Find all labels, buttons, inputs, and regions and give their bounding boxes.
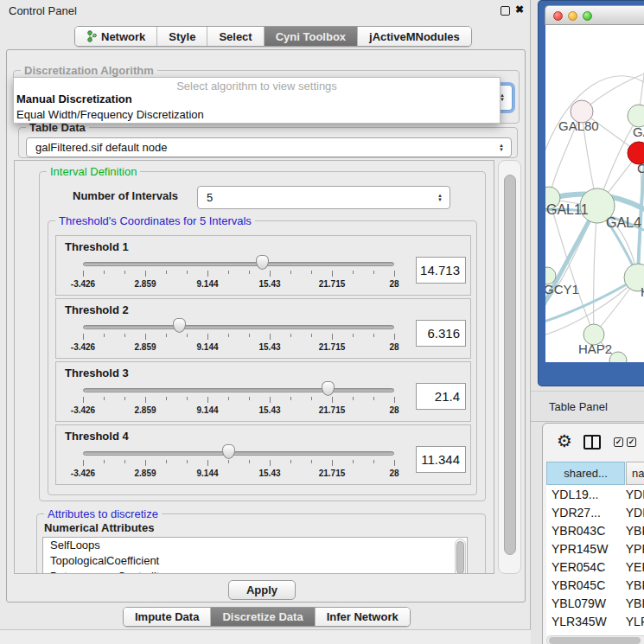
network-window-titlebar[interactable] <box>545 5 644 25</box>
tab-discretize-data[interactable]: Discretize Data <box>211 608 315 626</box>
window-minimize-button[interactable] <box>568 11 577 21</box>
threshold-value-input[interactable]: 6.316 <box>416 320 466 347</box>
threshold-value-input[interactable]: 14.713 <box>416 257 466 284</box>
column-header-name[interactable]: na <box>626 462 644 485</box>
table-cell[interactable]: YBL079W <box>546 596 622 610</box>
table-cell[interactable]: YDR27... <box>546 506 622 520</box>
threshold-slider[interactable]: -3.4262.8599.14415.4321.71528 <box>83 444 394 481</box>
slider-track[interactable] <box>83 325 394 329</box>
table-row[interactable]: YDL19...YDL1 <box>546 485 644 503</box>
tab-network[interactable]: Network <box>75 27 157 46</box>
network-canvas[interactable]: GAL80 GA C GAL11 GAL4 GCY1 H HAP2 <box>545 25 644 362</box>
tab-select[interactable]: Select <box>207 27 264 46</box>
app-root: Control Panel ✖ Network Style Select Cyn… <box>0 0 644 644</box>
chevron-up-down-icon: ▲▼ <box>437 194 443 202</box>
table-row[interactable]: YBR043CYBR0 <box>546 521 644 539</box>
tab-label: Select <box>219 30 252 43</box>
table-cell[interactable]: YBR043C <box>546 524 622 538</box>
threshold-panel: Threshold 4 -3.4262.8599.14415.4321.7152… <box>55 424 471 485</box>
table-cell[interactable]: YBL0 <box>622 596 644 610</box>
threshold-slider[interactable]: -3.4262.8599.14415.4321.71528 <box>83 318 394 354</box>
network-window: GAL80 GA C GAL11 GAL4 GCY1 H HAP2 <box>538 0 644 386</box>
tab-jactivemodules[interactable]: jActiveMNodules <box>358 27 471 46</box>
attributes-list[interactable]: SelfLoops TopologicalCoefficient Between… <box>42 537 468 574</box>
window-zoom-button[interactable] <box>583 11 592 21</box>
dropdown-option-equal-width[interactable]: Equal Width/Frequency Discretization <box>16 108 204 121</box>
table-data-combobox[interactable]: galFiltered.sif default node ▲▼ <box>26 137 512 157</box>
slider-track[interactable] <box>83 262 394 266</box>
table-cell[interactable]: YPR145W <box>546 542 622 556</box>
group-title: Attributes to discretize <box>44 507 162 520</box>
table-cell[interactable]: YDR2 <box>622 506 644 520</box>
column-header-shared-name[interactable]: shared... <box>546 462 625 485</box>
list-item[interactable]: SelfLoops <box>43 538 467 553</box>
panel-scrollbar[interactable] <box>498 160 521 574</box>
close-icon[interactable]: ✖ <box>515 3 524 16</box>
tab-cyni-toolbox[interactable]: Cyni Toolbox <box>265 27 358 46</box>
chevron-up-down-icon: ▲▼ <box>499 143 504 152</box>
table-row[interactable]: YBR045CYBR0 <box>546 576 644 594</box>
scrollbar-thumb[interactable] <box>549 637 641 644</box>
table-panel-title: Table Panel <box>549 400 608 413</box>
table-cell[interactable]: YDL1 <box>622 488 644 501</box>
node-label: C <box>637 161 644 175</box>
slider-scale: -3.4262.8599.14415.4321.71528 <box>83 342 394 353</box>
settings-scroll-area: Interval Definition Number of Intervals … <box>14 160 494 574</box>
tab-impute-data[interactable]: Impute Data <box>124 608 211 626</box>
tab-style[interactable]: Style <box>157 27 207 46</box>
table-row[interactable]: YPR145WYPR1 <box>546 539 644 558</box>
table-cell[interactable]: YER054C <box>546 560 622 574</box>
tab-label: Cyni Toolbox <box>276 30 346 43</box>
table-row[interactable]: YER054CYER0 <box>546 558 644 576</box>
attributes-group: Attributes to discretize Numerical Attri… <box>36 513 486 574</box>
slider-handle[interactable] <box>256 255 269 270</box>
checkbox-icon[interactable]: ✓ <box>627 437 636 447</box>
node-label: H <box>641 284 644 299</box>
slider-track[interactable] <box>83 451 394 456</box>
tab-label: jActiveMNodules <box>369 30 460 43</box>
top-tab-bar: Network Style Select Cyni Toolbox jActiv… <box>74 26 472 47</box>
num-intervals-spinner[interactable]: 5 ▲▼ <box>197 186 450 209</box>
threshold-slider[interactable]: -3.4262.8599.14415.4321.71528 <box>83 381 394 418</box>
slider-handle[interactable] <box>173 318 186 333</box>
cyni-toolbox-panel: Discretization Algorithm ▲▼ Select algor… <box>6 49 526 603</box>
scrollbar-thumb[interactable] <box>504 175 516 555</box>
dropdown-option-manual[interactable]: Manual Discretization <box>16 92 132 105</box>
table-row[interactable]: YDR27...YDR2 <box>546 503 644 521</box>
threshold-value-input[interactable]: 21.4 <box>416 383 466 410</box>
table-cell[interactable]: YER0 <box>622 560 644 574</box>
threshold-label: Threshold 2 <box>65 303 129 316</box>
table-row[interactable]: YLR345WYLR3 <box>546 612 644 630</box>
tab-infer-network[interactable]: Infer Network <box>316 608 410 626</box>
table-row[interactable]: YBL079WYBL0 <box>546 594 644 612</box>
bottom-tab-bar: Impute Data Discretize Data Infer Networ… <box>123 607 411 627</box>
float-icon[interactable] <box>501 6 510 16</box>
split-table-icon[interactable] <box>583 435 601 450</box>
list-item[interactable]: TopologicalCoefficient <box>43 553 467 569</box>
table-cell[interactable]: YBR0 <box>622 524 644 538</box>
table-cell[interactable]: YPR1 <box>622 542 644 556</box>
table-hscrollbar[interactable] <box>546 635 644 644</box>
window-close-button[interactable] <box>553 11 563 21</box>
tab-label: Infer Network <box>327 610 399 623</box>
checkbox-icon[interactable]: ✓ <box>614 437 623 447</box>
threshold-value-input[interactable]: 11.344 <box>416 446 466 473</box>
list-item[interactable]: BetweennessCentrality <box>43 569 467 574</box>
list-scrollbar[interactable] <box>455 539 466 574</box>
slider-handle[interactable] <box>322 381 335 396</box>
slider-handle[interactable] <box>222 444 235 459</box>
node-label: GA <box>633 124 644 139</box>
table-cell[interactable]: YBR045C <box>546 578 622 592</box>
threshold-panel: Threshold 1 -3.4262.8599.14415.4321.7152… <box>55 235 471 296</box>
gear-icon[interactable]: ⚙ <box>557 433 572 449</box>
table-cell[interactable]: YBR0 <box>622 578 644 592</box>
table-cell[interactable]: YDL19... <box>546 488 622 501</box>
threshold-slider[interactable]: -3.4262.8599.14415.4321.71528 <box>83 255 394 291</box>
scrollbar-thumb[interactable] <box>456 541 464 574</box>
slider-track[interactable] <box>83 388 394 392</box>
apply-button[interactable]: Apply <box>228 580 296 600</box>
table-cell[interactable]: YLR3 <box>622 615 644 628</box>
dropdown-prompt: Select algorithm to view settings <box>14 80 500 92</box>
table-data-group: Table Data galFiltered.sif default node … <box>18 127 518 158</box>
table-cell[interactable]: YLR345W <box>546 615 622 628</box>
